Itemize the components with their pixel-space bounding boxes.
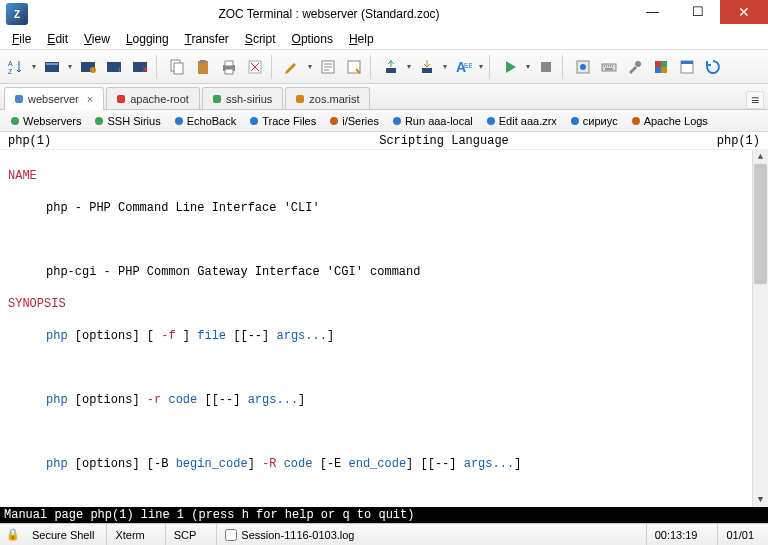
toolbar: AZ ▾ ▾ + × ▾ ▾ ▾ AБВ ▾ ▾ [0,50,768,84]
quick-label: Trace Files [262,115,316,127]
bullet-icon [250,117,258,125]
reconnect-icon[interactable]: + [102,55,126,79]
svg-rect-15 [225,61,233,66]
bullet-icon [487,117,495,125]
tab-webserver[interactable]: webserver × [4,87,104,110]
quick-run-aaa-local[interactable]: Run aaa-local [388,114,478,128]
dropdown-icon[interactable]: ▾ [524,62,532,71]
clear-icon[interactable] [243,55,267,79]
log-checkbox[interactable] [225,529,237,541]
maximize-button[interactable]: ☐ [675,0,720,22]
reset-icon[interactable] [701,55,725,79]
tab-color-icon [117,95,125,103]
svg-rect-29 [655,61,661,67]
menu-help[interactable]: Help [341,30,382,48]
man-header-left: php(1) [8,134,208,148]
quickbar: Webservers SSH Sirius EchoBack Trace Fil… [0,110,768,132]
app-icon: Z [6,3,28,25]
colors-icon[interactable] [649,55,673,79]
pager-status-line: Manual page php(1) line 1 (press h for h… [0,507,768,523]
dropdown-icon[interactable]: ▾ [441,62,449,71]
stop-icon[interactable] [534,55,558,79]
window-title: ZOC Terminal : webserver (Standard.zoc) [28,7,630,21]
bullet-icon [175,117,183,125]
tab-apache-root[interactable]: apache-root [106,87,200,109]
dropdown-icon[interactable]: ▾ [306,62,314,71]
quick-ssh-sirius[interactable]: SSH Sirius [90,114,165,128]
note-icon[interactable] [316,55,340,79]
menu-options[interactable]: Options [284,30,341,48]
host-directory-icon[interactable] [76,55,100,79]
svg-rect-16 [225,69,233,74]
svg-text:БВ: БВ [464,62,472,69]
quick-trace-files[interactable]: Trace Files [245,114,321,128]
menu-edit[interactable]: Edit [39,30,76,48]
tab-list-button[interactable]: ≡ [746,91,764,109]
terminal-header: php(1) Scripting Language php(1) [0,132,768,150]
tab-close-icon[interactable]: × [87,93,93,105]
status-log[interactable]: Session-1116-0103.log [216,524,362,545]
download-icon[interactable] [415,55,439,79]
svg-rect-21 [422,68,432,73]
window-icon[interactable] [675,55,699,79]
svg-rect-30 [661,61,667,67]
close-button[interactable]: ✕ [720,0,768,24]
svg-text:×: × [142,64,148,75]
menu-logging[interactable]: Logging [118,30,177,48]
dropdown-icon[interactable]: ▾ [477,62,485,71]
synopsis-line: php [options] [-B begin_code] -R code [-… [8,456,760,472]
scroll-down-icon[interactable]: ▼ [753,493,768,507]
new-session-icon[interactable] [40,55,64,79]
dropdown-icon[interactable]: ▾ [66,62,74,71]
scroll-thumb[interactable] [754,164,767,284]
settings-icon[interactable] [623,55,647,79]
dropdown-icon[interactable]: ▾ [405,62,413,71]
svg-text:A: A [8,60,13,67]
tab-color-icon [213,95,221,103]
man-header-right: php(1) [680,134,760,148]
svg-rect-20 [386,68,396,73]
svg-point-5 [90,67,96,73]
tab-label: apache-root [130,93,189,105]
run-icon[interactable] [498,55,522,79]
capture-icon[interactable] [342,55,366,79]
tab-ssh-sirius[interactable]: ssh-sirius [202,87,283,109]
svg-point-28 [635,61,641,67]
tab-zos-marist[interactable]: zos.marist [285,87,370,109]
keyboard-icon[interactable] [597,55,621,79]
quick-label: EchoBack [187,115,237,127]
status-shell: Secure Shell [32,529,94,541]
upload-icon[interactable] [379,55,403,79]
menu-transfer[interactable]: Transfer [177,30,237,48]
text-tool-icon[interactable]: AБВ [451,55,475,79]
quick-sirius-cyr[interactable]: сириус [566,114,623,128]
quick-webservers[interactable]: Webservers [6,114,86,128]
sort-az-icon[interactable]: AZ [4,55,28,79]
blank-line [8,488,760,504]
terminal-output[interactable]: NAME php - PHP Command Line Interface 'C… [0,150,768,507]
dropdown-icon[interactable]: ▾ [30,62,38,71]
window-controls: — ☐ ✕ [630,0,768,28]
copy-icon[interactable] [165,55,189,79]
blank-line [8,424,760,440]
menu-view[interactable]: View [76,30,118,48]
menu-bar: File Edit View Logging Transfer Script O… [0,28,768,50]
vertical-scrollbar[interactable]: ▲ ▼ [752,150,768,507]
quick-edit-aaa-zrx[interactable]: Edit aaa.zrx [482,114,562,128]
print-icon[interactable] [217,55,241,79]
blank-line [8,360,760,376]
quick-echoback[interactable]: EchoBack [170,114,242,128]
edit-icon[interactable] [280,55,304,79]
quick-apache-logs[interactable]: Apache Logs [627,114,713,128]
log-filename: Session-1116-0103.log [241,529,354,541]
paste-icon[interactable] [191,55,215,79]
scroll-up-icon[interactable]: ▲ [753,150,768,164]
minimize-button[interactable]: — [630,0,675,22]
menu-script[interactable]: Script [237,30,284,48]
quick-iseries[interactable]: i/Series [325,114,384,128]
quick-label: Edit aaa.zrx [499,115,557,127]
disconnect-icon[interactable]: × [128,55,152,79]
options-icon[interactable] [571,55,595,79]
menu-file[interactable]: File [4,30,39,48]
synopsis-line: php [options] -r code [[--] args...] [8,392,760,408]
